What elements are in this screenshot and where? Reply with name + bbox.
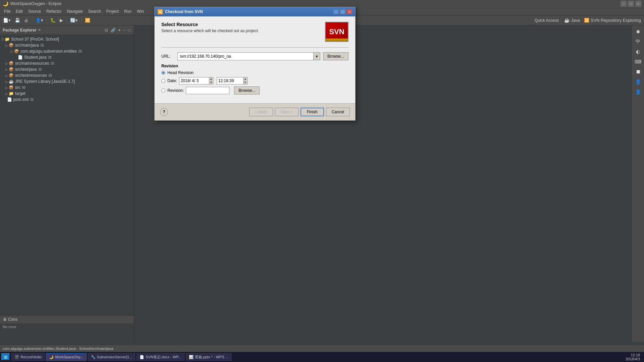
- date-up-arrow[interactable]: ▲: [209, 77, 213, 81]
- tree-item-school[interactable]: ▽ 📁 School 37 [ProOA: School]: [0, 36, 134, 42]
- close-button[interactable]: ×: [635, 1, 641, 7]
- taskbar-item-svnnotes[interactable]: 📄 SVN笔记.docx - WP...: [137, 353, 184, 361]
- dialog-maximize-button[interactable]: □: [340, 9, 346, 14]
- tree-item-student-java[interactable]: 📄 Student.java 38: [0, 54, 134, 60]
- menu-project[interactable]: Project: [104, 8, 121, 14]
- date-spinner[interactable]: ▲ ▼: [209, 77, 213, 84]
- rt-btn-2[interactable]: 中: [633, 37, 643, 46]
- panel-header: Package Explorer ✕ ⊟ 🔗 ▾ − □: [0, 25, 134, 35]
- person-btn[interactable]: 👤▾: [34, 17, 45, 24]
- revision-label[interactable]: Revision:: [167, 88, 184, 93]
- taskbar-icon: 🔧: [91, 355, 96, 359]
- minimize-panel-btn[interactable]: −: [122, 27, 126, 33]
- panel-close-badge[interactable]: ✕: [38, 28, 41, 32]
- url-dropdown-button[interactable]: ▼: [314, 52, 320, 60]
- time-down-arrow[interactable]: ▼: [244, 81, 247, 84]
- expand-arrow: ▷: [5, 44, 8, 47]
- menu-win[interactable]: Win: [134, 8, 147, 14]
- maximize-panel-btn[interactable]: □: [127, 27, 131, 33]
- sync-btn[interactable]: 🔄▾: [68, 17, 79, 24]
- rt-btn-7[interactable]: 👤: [633, 87, 643, 97]
- taskbar-item-eclipse[interactable]: 🌙 WorkSpaceOxy...: [46, 353, 87, 361]
- debug-btn[interactable]: 🐛: [49, 17, 57, 24]
- tree-item-target[interactable]: ▷ 📁 target: [0, 90, 134, 97]
- menu-file[interactable]: File: [1, 8, 13, 14]
- taskbar-item-pptx[interactable]: 📊 黑板.pptx * - WPS ...: [186, 353, 231, 361]
- tree-item-src-main-java[interactable]: ▷ 📦 src/main/java 38: [0, 42, 134, 48]
- revision-title: Revision: [161, 64, 348, 68]
- collapse-all-btn[interactable]: ⊟: [104, 27, 109, 33]
- revision-input[interactable]: [186, 87, 229, 94]
- time-spinner[interactable]: ▲ ▼: [244, 77, 248, 84]
- dialog-titlebar: 🔀 Checkout from SVN − □ ×: [155, 7, 355, 16]
- back-button[interactable]: < Back: [249, 108, 273, 116]
- rt-btn-4[interactable]: ⌨: [633, 57, 643, 66]
- console-icon: 🖥: [3, 317, 7, 322]
- rt-btn-1[interactable]: ⏺: [633, 27, 643, 36]
- url-input[interactable]: [177, 52, 314, 60]
- dialog-close-button[interactable]: ×: [346, 9, 353, 14]
- tree-item-pom[interactable]: 📄 pom.xml 38: [0, 97, 134, 103]
- head-revision-label[interactable]: Head Revision: [167, 70, 194, 75]
- date-radio[interactable]: [161, 79, 165, 83]
- tree-item-src-test-java[interactable]: ▷ 📦 src/test/java 38: [0, 66, 134, 72]
- save-btn[interactable]: 💾: [13, 17, 22, 24]
- start-button[interactable]: ⊞: [1, 353, 10, 361]
- leaf-arrow: [16, 56, 17, 59]
- java-perspective[interactable]: ☕ Java: [562, 17, 582, 24]
- leaf-arrow: [5, 98, 6, 102]
- tree-item-package[interactable]: ▷ 📦 com.atguigu.subversion.entitles 38: [0, 48, 134, 54]
- time-up-arrow[interactable]: ▲: [244, 77, 247, 81]
- revision-browse-button[interactable]: Browse...: [234, 86, 260, 95]
- date-label[interactable]: Date:: [167, 78, 177, 83]
- cancel-button[interactable]: Cancel: [326, 108, 350, 116]
- menu-run[interactable]: Run: [121, 8, 134, 14]
- taskbar-label: RecordVedio: [20, 355, 42, 359]
- status-text: com.atguigu.subversion.entitles.Student.…: [3, 347, 113, 351]
- expand-arrow: ▷: [5, 80, 8, 83]
- checkout-dialog: 🔀 Checkout from SVN − □ × Select Resourc…: [154, 7, 356, 121]
- tree-label: JRE System Library [JavaSE-1.7]: [15, 79, 75, 84]
- package-tree: ▽ 📁 School 37 [ProOA: School] ▷ 📦 src/ma…: [0, 35, 134, 315]
- window-icon: 🌙: [3, 1, 8, 6]
- date-down-arrow[interactable]: ▼: [209, 81, 213, 84]
- minimize-button[interactable]: −: [621, 1, 627, 7]
- svn-perspective[interactable]: 🔀 SVN Repository Exploring: [582, 17, 643, 24]
- taskbar-item-recordvedio[interactable]: 🎬 RecordVedio: [11, 353, 45, 361]
- menu-navigate[interactable]: Navigate: [64, 8, 85, 14]
- dialog-minimize-button[interactable]: −: [333, 9, 339, 14]
- menu-edit[interactable]: Edit: [13, 8, 25, 14]
- revision-radio[interactable]: [161, 88, 165, 93]
- date-input[interactable]: [179, 77, 209, 84]
- menu-source[interactable]: Source: [25, 8, 44, 14]
- tree-label: src: [15, 85, 20, 90]
- time-input[interactable]: [217, 77, 244, 84]
- rt-btn-5[interactable]: 🔲: [633, 67, 643, 76]
- expand-arrow: ▷: [11, 50, 13, 53]
- rt-btn-3[interactable]: ◐: [633, 47, 643, 56]
- badge: 98: [22, 86, 25, 89]
- finish-button[interactable]: Finish: [301, 108, 324, 116]
- print-btn[interactable]: 🖨: [22, 17, 30, 24]
- run-btn[interactable]: ▶: [58, 17, 65, 24]
- next-button[interactable]: Next >: [275, 108, 299, 116]
- head-revision-radio[interactable]: [161, 71, 165, 75]
- tree-item-src-main-res[interactable]: ▷ 📦 src/main/resources 38: [0, 60, 134, 66]
- badge: 38: [48, 74, 52, 77]
- link-with-editor-btn[interactable]: 🔗: [110, 27, 116, 33]
- tree-item-src-test-res[interactable]: ▷ 📦 src/test/resources 38: [0, 72, 134, 78]
- help-button[interactable]: ?: [160, 108, 168, 116]
- menu-refactor[interactable]: Refactor: [44, 8, 64, 14]
- new-btn[interactable]: 📄▾: [1, 17, 12, 24]
- package-icon: 📦: [14, 49, 19, 54]
- svn-btn[interactable]: 🔀: [83, 17, 92, 24]
- taskbar-item-svnserver[interactable]: 🔧 SubversionServer[1...: [88, 353, 136, 361]
- view-menu-btn[interactable]: ▾: [118, 27, 121, 33]
- menu-search[interactable]: Search: [86, 8, 104, 14]
- browse-button[interactable]: Browse...: [323, 52, 348, 60]
- tree-item-src[interactable]: ▷ 📦 src 98: [0, 84, 134, 90]
- rt-btn-6[interactable]: 👤: [633, 77, 643, 86]
- tree-item-jre[interactable]: ▷ ☕ JRE System Library [JavaSE-1.7]: [0, 78, 134, 84]
- maximize-button[interactable]: □: [628, 1, 634, 7]
- time-input-group: ▲ ▼: [217, 77, 248, 84]
